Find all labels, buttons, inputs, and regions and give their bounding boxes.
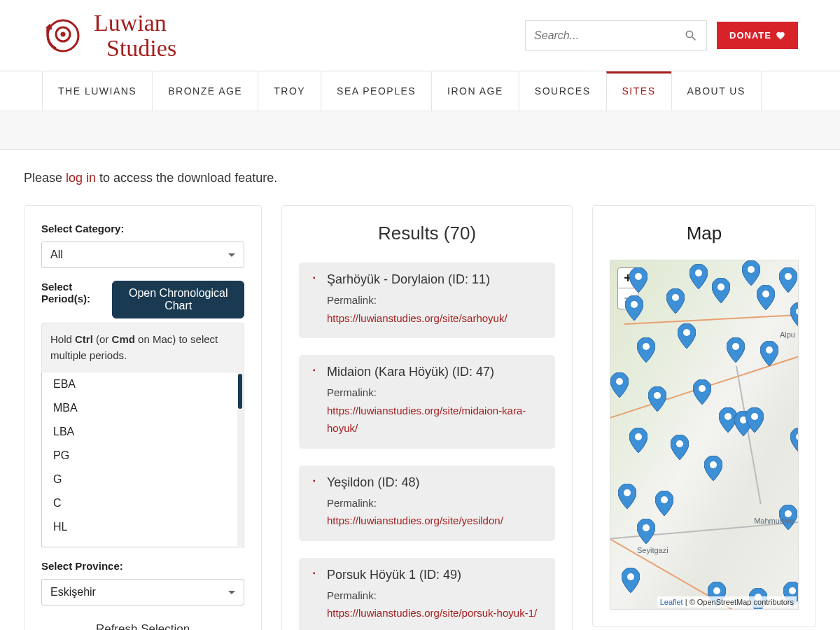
map-marker[interactable] (727, 337, 745, 363)
logo-icon (42, 15, 84, 57)
svg-point-10 (762, 290, 769, 298)
map-marker[interactable] (704, 456, 722, 481)
province-select[interactable]: Eskişehir (41, 579, 244, 606)
svg-point-3 (635, 273, 642, 280)
main-nav: THE LUWIANSBRONZE AGETROYSEA PEOPLESIRON… (0, 71, 840, 111)
result-item: Porsuk Höyük 1 (ID: 49)Permalink: https:… (299, 558, 555, 630)
category-label: Select Category: (41, 223, 244, 234)
logo-text: Luwian Studies (94, 10, 176, 60)
result-title: Şarhöyük - Dorylaion (ID: 11) (327, 272, 542, 287)
svg-point-8 (672, 294, 679, 301)
period-option[interactable]: PG (42, 444, 244, 468)
svg-point-7 (631, 301, 638, 308)
svg-point-5 (748, 266, 755, 273)
svg-point-6 (785, 273, 792, 280)
open-chronological-chart-button[interactable]: Open Chronological Chart (112, 281, 244, 318)
map-marker[interactable] (629, 267, 648, 293)
map-marker[interactable] (622, 568, 640, 593)
map-marker[interactable] (637, 337, 655, 363)
result-title: Porsuk Höyük 1 (ID: 49) (327, 568, 542, 582)
map-marker[interactable] (655, 491, 673, 516)
nav-item-bronze-age[interactable]: BRONZE AGE (152, 71, 258, 111)
scrollbar-thumb[interactable] (238, 374, 242, 409)
svg-point-28 (643, 524, 650, 531)
period-option[interactable]: HL (42, 515, 244, 539)
period-label: Select Period(s): (41, 281, 112, 304)
period-hint: Hold Ctrl (or Cmd on Mac) to select mult… (41, 323, 244, 372)
map-marker[interactable] (610, 372, 629, 398)
map-marker[interactable] (666, 288, 685, 314)
result-title: Midaion (Kara Höyük) (ID: 47) (327, 365, 542, 379)
period-option[interactable]: EBA (42, 372, 244, 396)
svg-point-26 (624, 489, 631, 496)
map-panel: Map + − Alpu Seyitgazi Mahmudiye Leaflet… (592, 205, 816, 627)
map-title: Map (610, 223, 799, 244)
period-multiselect[interactable]: EBAMBALBAPGGCHL (41, 372, 244, 547)
result-permalink-link[interactable]: https://luwianstudies.org/site/sarhoyuk/ (327, 312, 507, 324)
map-marker[interactable] (648, 386, 666, 412)
map-area[interactable]: + − Alpu Seyitgazi Mahmudiye Leaflet | ©… (610, 260, 799, 610)
svg-point-30 (627, 573, 634, 580)
refresh-selection-link[interactable]: Refresh Selection (41, 618, 244, 630)
svg-point-2 (61, 31, 66, 36)
nav-item-the-luwians[interactable]: THE LUWIANS (42, 71, 152, 111)
svg-point-18 (699, 385, 706, 392)
nav-item-sites[interactable]: SITES (606, 71, 671, 111)
svg-point-17 (654, 392, 661, 399)
svg-point-33 (789, 587, 796, 594)
nav-item-troy[interactable]: TROY (258, 71, 321, 111)
svg-point-31 (713, 587, 720, 594)
svg-point-4 (695, 270, 702, 276)
result-permalink: Permalink: https://luwianstudies.org/sit… (327, 494, 542, 530)
map-marker[interactable] (625, 295, 643, 321)
period-option[interactable]: MBA (42, 396, 244, 420)
result-item: Yeşildon (ID: 48)Permalink: https://luwi… (299, 465, 555, 541)
nav-item-sea-peoples[interactable]: SEA PEOPLES (321, 71, 431, 111)
result-permalink: Permalink: https://luwianstudies.org/sit… (327, 291, 542, 327)
result-permalink-link[interactable]: https://luwianstudies.org/site/porsuk-ho… (327, 607, 537, 619)
map-marker[interactable] (790, 302, 799, 328)
result-title: Yeşildon (ID: 48) (327, 475, 542, 490)
period-option[interactable]: LBA (42, 420, 244, 444)
result-item: Midaion (Kara Höyük) (ID: 47)Permalink: … (299, 355, 555, 449)
header: Luwian Studies DONATE (0, 0, 840, 71)
nav-item-about-us[interactable]: ABOUT US (671, 71, 762, 111)
result-permalink: Permalink: https://luwianstudies.org/sit… (327, 587, 542, 622)
donate-button[interactable]: DONATE (717, 22, 798, 49)
result-permalink-link[interactable]: https://luwianstudies.org/site/yesildon/ (327, 514, 503, 526)
logo[interactable]: Luwian Studies (42, 10, 176, 60)
map-marker[interactable] (629, 428, 648, 453)
map-marker[interactable] (757, 285, 775, 310)
nav-item-iron-age[interactable]: IRON AGE (431, 71, 519, 111)
category-select[interactable]: All (41, 241, 244, 268)
map-marker[interactable] (690, 264, 708, 289)
map-marker[interactable] (678, 323, 696, 349)
map-marker[interactable] (618, 484, 636, 509)
map-marker[interactable] (790, 428, 799, 453)
map-marker[interactable] (746, 407, 764, 433)
svg-point-16 (616, 378, 623, 385)
login-notice: Please log in to access the download fea… (24, 171, 816, 186)
search-input[interactable] (534, 29, 678, 42)
map-marker[interactable] (712, 278, 730, 303)
results-title: Results (70) (299, 223, 555, 244)
map-town-label: Mahmudiye (754, 517, 794, 525)
map-marker[interactable] (637, 519, 655, 544)
svg-point-23 (676, 440, 683, 447)
leaflet-link[interactable]: Leaflet (660, 598, 683, 606)
map-town-label: Seyitgazi (637, 546, 668, 554)
period-option[interactable]: C (42, 491, 244, 515)
map-marker[interactable] (779, 267, 797, 293)
result-permalink-link[interactable]: https://luwianstudies.org/site/midaion-k… (327, 405, 526, 435)
map-marker[interactable] (742, 260, 760, 286)
login-link[interactable]: log in (66, 171, 96, 185)
map-marker[interactable] (760, 341, 778, 366)
map-marker[interactable] (693, 379, 711, 405)
svg-point-12 (643, 343, 650, 350)
map-marker[interactable] (671, 435, 689, 460)
heart-icon (776, 31, 785, 41)
results-panel: Results (70) Şarhöyük - Dorylaion (ID: 1… (281, 205, 573, 630)
nav-item-sources[interactable]: SOURCES (519, 71, 606, 111)
period-option[interactable]: G (42, 468, 244, 491)
search-input-wrap[interactable] (525, 20, 707, 51)
